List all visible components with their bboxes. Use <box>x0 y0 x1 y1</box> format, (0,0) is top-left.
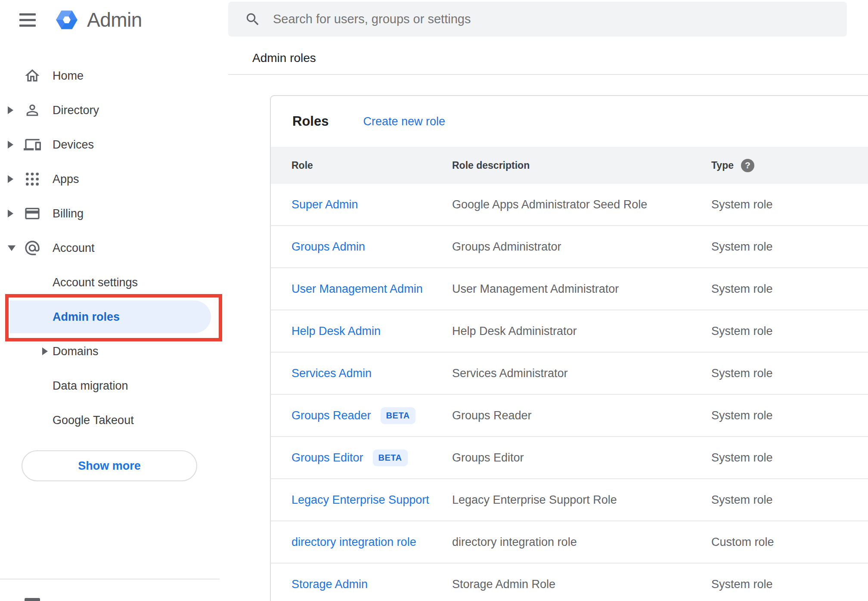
sidebar-item-admin-roles[interactable]: Admin roles <box>0 300 228 334</box>
role-type: Custom role <box>711 536 868 549</box>
sidebar-item-label: Directory <box>53 104 99 117</box>
role-link[interactable]: Groups Reader <box>291 409 371 422</box>
search-bar <box>228 2 847 37</box>
role-link[interactable]: Legacy Enterprise Support <box>291 493 429 507</box>
role-type: System role <box>711 240 868 254</box>
credit-card-icon <box>24 205 41 222</box>
page-title: Roles <box>292 114 329 129</box>
sidebar-subitem-label: Admin roles <box>53 310 120 324</box>
sidebar-divider <box>0 579 220 579</box>
role-link[interactable]: Super Admin <box>291 198 358 211</box>
devices-icon <box>24 136 41 153</box>
table-row: Groups Editor BETA Groups Editor System … <box>271 437 868 479</box>
table-row: Super Admin Google Apps Administrator Se… <box>271 184 868 226</box>
role-cell: Groups Editor BETA <box>291 449 452 466</box>
header-divider <box>228 74 868 75</box>
role-type: System role <box>711 409 868 422</box>
sidebar-item-account[interactable]: Account <box>0 231 228 265</box>
expand-caret-icon[interactable] <box>8 210 13 217</box>
sidebar-nav: Home Directory Devices Apps Billing Acco… <box>0 59 228 437</box>
sidebar-item-devices[interactable]: Devices <box>0 127 228 162</box>
beta-badge: BETA <box>381 407 415 424</box>
sidebar-item-label: Home <box>53 69 84 83</box>
role-cell: Help Desk Admin <box>291 325 452 338</box>
column-header-description: Role description <box>452 160 711 171</box>
role-cell: User Management Admin <box>291 282 452 296</box>
role-link[interactable]: Services Admin <box>291 367 372 380</box>
sidebar-item-label: Billing <box>53 207 84 220</box>
sidebar-item-account-settings[interactable]: Account settings <box>0 265 228 300</box>
expand-caret-icon[interactable] <box>8 141 13 149</box>
sidebar-item-apps[interactable]: Apps <box>0 162 228 196</box>
role-cell: Groups Reader BETA <box>291 407 452 424</box>
sidebar-item-home[interactable]: Home <box>0 59 228 93</box>
role-cell: Services Admin <box>291 367 452 380</box>
role-type: System role <box>711 451 868 465</box>
search-icon <box>245 11 261 28</box>
sidebar-item-data-migration[interactable]: Data migration <box>0 369 228 403</box>
table-row: Groups Reader BETA Groups Reader System … <box>271 395 868 437</box>
show-more-button[interactable]: Show more <box>22 450 197 481</box>
role-link[interactable]: User Management Admin <box>291 282 423 296</box>
expand-caret-icon[interactable] <box>8 245 16 251</box>
sidebar-item-directory[interactable]: Directory <box>0 93 228 127</box>
table-row: directory integration role directory int… <box>271 521 868 564</box>
role-link[interactable]: directory integration role <box>291 536 416 549</box>
table-row: Groups Admin Groups Administrator System… <box>271 226 868 268</box>
help-icon[interactable]: ? <box>741 159 754 172</box>
role-type: System role <box>711 493 868 507</box>
search-input[interactable] <box>272 12 847 27</box>
role-type: System role <box>711 282 868 296</box>
role-description: Groups Administrator <box>452 240 711 254</box>
role-description: Help Desk Administrator <box>452 325 711 338</box>
table-row: Legacy Enterprise Support Legacy Enterpr… <box>271 479 868 521</box>
menu-icon[interactable] <box>19 13 36 27</box>
role-type: System role <box>711 198 868 211</box>
role-type: System role <box>711 367 868 380</box>
expand-caret-icon[interactable] <box>42 347 48 355</box>
table-header-row: Role Role description Type ? <box>271 147 868 184</box>
role-description: Groups Reader <box>452 409 711 422</box>
table-row: Storage Admin Storage Admin Role System … <box>271 564 868 601</box>
table-body: Super Admin Google Apps Administrator Se… <box>271 184 868 601</box>
beta-badge: BETA <box>373 449 408 466</box>
apps-grid-icon <box>24 170 41 188</box>
role-cell: Legacy Enterprise Support <box>291 493 452 507</box>
expand-caret-icon[interactable] <box>8 175 13 183</box>
partial-bottom-icon <box>25 598 40 601</box>
role-description: Groups Editor <box>452 451 711 465</box>
admin-console-screen: Admin Home Directory Devices Apps Billin… <box>0 0 868 601</box>
role-cell: Groups Admin <box>291 240 452 254</box>
role-cell: Super Admin <box>291 198 452 211</box>
roles-card-header: Roles Create new role <box>271 96 868 147</box>
sidebar-subitem-label: Google Takeout <box>53 414 134 427</box>
create-new-role-link[interactable]: Create new role <box>363 115 445 128</box>
sidebar-item-label: Account <box>53 242 95 255</box>
sidebar-subitem-label: Data migration <box>53 379 128 393</box>
role-type: System role <box>711 325 868 338</box>
sidebar-item-billing[interactable]: Billing <box>0 196 228 231</box>
person-icon <box>24 102 41 119</box>
app-title: Admin <box>87 8 142 31</box>
role-cell: Storage Admin <box>291 578 452 591</box>
role-description: Storage Admin Role <box>452 578 711 591</box>
at-sign-icon <box>24 239 41 257</box>
app-logo[interactable]: Admin <box>55 8 142 31</box>
expand-caret-icon[interactable] <box>8 106 13 114</box>
column-header-role: Role <box>291 160 452 171</box>
admin-hexagon-logo <box>55 8 78 31</box>
table-row: User Management Admin User Management Ad… <box>271 268 868 310</box>
role-description: Legacy Enterprise Support Role <box>452 493 711 507</box>
sidebar-subitem-label: Account settings <box>53 276 138 289</box>
sidebar-item-domains[interactable]: Domains <box>0 334 228 369</box>
role-link[interactable]: Storage Admin <box>291 578 368 591</box>
role-link[interactable]: Groups Admin <box>291 240 365 254</box>
sidebar-item-label: Devices <box>53 138 94 152</box>
sidebar-subitem-label: Domains <box>53 345 99 358</box>
column-header-type: Type ? <box>711 159 868 172</box>
role-link[interactable]: Help Desk Admin <box>291 325 381 338</box>
role-link[interactable]: Groups Editor <box>291 451 363 465</box>
roles-card: Roles Create new role Role Role descript… <box>270 95 868 601</box>
sidebar-item-google-takeout[interactable]: Google Takeout <box>0 403 228 437</box>
table-row: Help Desk Admin Help Desk Administrator … <box>271 310 868 353</box>
